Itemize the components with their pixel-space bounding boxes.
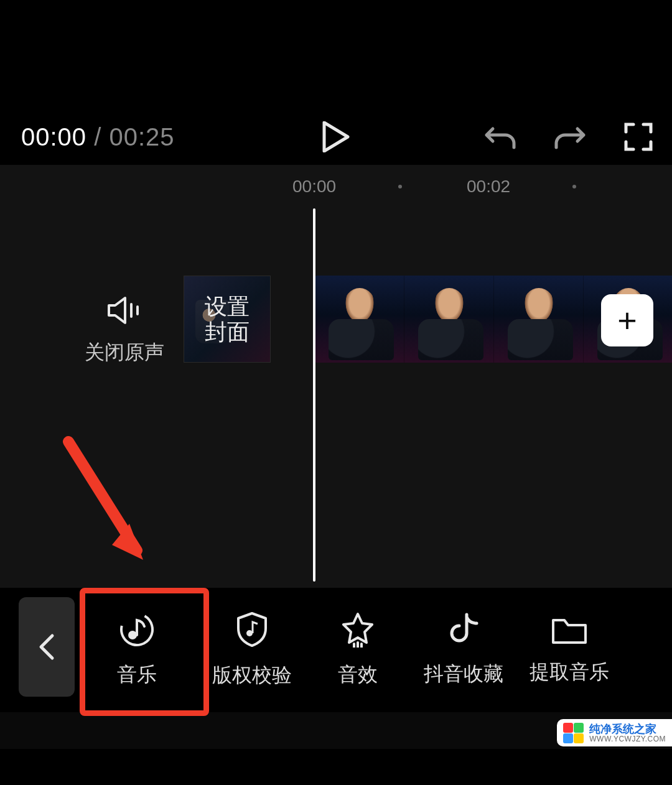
back-button[interactable]	[19, 597, 75, 697]
chevron-left-icon	[37, 633, 56, 661]
cover-label: 设置 封面	[205, 294, 250, 345]
clip-frame	[494, 276, 584, 363]
tool-label: 提取音乐	[530, 659, 609, 686]
clip-frame	[315, 276, 404, 363]
fullscreen-button[interactable]	[623, 122, 653, 152]
tool-label: 音效	[338, 661, 378, 689]
music-note-icon	[119, 611, 155, 650]
tool-copyright-check[interactable]: 版权校验	[199, 611, 305, 689]
watermark: 纯净系统之家 WWW.YCWJZY.COM	[557, 719, 672, 746]
tool-label: 版权校验	[212, 662, 292, 689]
ruler-dot	[572, 185, 576, 188]
tiktok-icon	[448, 612, 479, 649]
play-button[interactable]	[322, 121, 350, 152]
redo-button[interactable]	[554, 124, 586, 150]
tool-extract-music[interactable]: 提取音乐	[516, 614, 622, 686]
current-time: 00:00	[21, 123, 86, 151]
mute-label: 关闭原声	[75, 339, 174, 366]
player-controls: 00:00 / 00:25	[0, 109, 672, 165]
ruler-tick-1: 00:02	[467, 177, 510, 197]
timeline-ruler[interactable]: 00:00 00:02	[0, 165, 672, 208]
playhead[interactable]	[313, 208, 315, 582]
svg-point-3	[128, 631, 137, 639]
timeline[interactable]: 关闭原声 设置 封面 +	[0, 208, 672, 588]
duration: 00:25	[109, 123, 174, 151]
ruler-dot	[398, 185, 402, 188]
time-separator: /	[86, 123, 109, 151]
add-clip-button[interactable]: +	[601, 294, 653, 346]
tool-label: 音乐	[117, 661, 157, 689]
undo-button[interactable]	[484, 124, 516, 150]
video-preview	[0, 0, 672, 109]
set-cover-button[interactable]: 设置 封面	[184, 276, 271, 363]
plus-icon: +	[617, 301, 637, 340]
star-audio-icon	[339, 611, 376, 650]
system-nav-bar	[0, 749, 672, 785]
watermark-url: WWW.YCWJZY.COM	[589, 735, 666, 743]
tool-sound-effects[interactable]: 音效	[305, 611, 411, 689]
mute-original-audio[interactable]: 关闭原声	[75, 295, 174, 366]
tool-label: 抖音收藏	[424, 661, 503, 688]
watermark-title: 纯净系统之家	[589, 723, 666, 736]
tool-music[interactable]: 音乐	[75, 611, 199, 689]
ruler-tick-0: 00:00	[292, 177, 336, 197]
shield-music-icon	[235, 611, 269, 651]
watermark-logo-icon	[563, 723, 584, 744]
bottom-toolbar: 音乐 版权校验 音效 抖音收藏 提取音乐	[0, 588, 672, 712]
speaker-icon	[106, 317, 142, 327]
timecode: 00:00 / 00:25	[21, 123, 175, 151]
folder-icon	[551, 614, 588, 648]
clip-frame	[404, 276, 494, 363]
tool-douyin-favorites[interactable]: 抖音收藏	[411, 612, 516, 688]
